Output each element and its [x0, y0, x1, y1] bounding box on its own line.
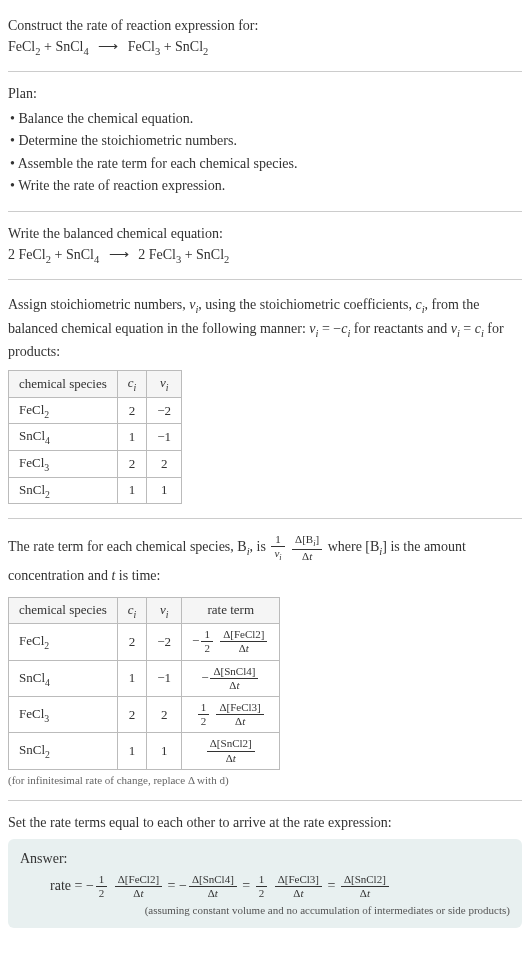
- rate-term-cell: −12 Δ[FeCl2]Δt: [182, 624, 280, 660]
- rate-term-cell: 12 Δ[FeCl3]Δt: [182, 697, 280, 733]
- species-cell: SnCl2: [9, 733, 118, 769]
- plan-label: Plan:: [8, 86, 522, 102]
- table-row: FeCl3 2 2 12 Δ[FeCl3]Δt: [9, 697, 280, 733]
- nu-cell: 1: [147, 733, 182, 769]
- rate-intro-text: is time:: [115, 568, 160, 583]
- divider: [8, 518, 522, 519]
- col-header: ci: [117, 371, 147, 398]
- divider: [8, 71, 522, 72]
- fraction: 1νi: [271, 533, 284, 563]
- col-header: ci: [117, 597, 147, 624]
- species-cell: SnCl4: [9, 424, 118, 451]
- species-cell: SnCl4: [9, 660, 118, 696]
- table-row: SnCl2 1 1: [9, 477, 182, 504]
- table-row: FeCl3 2 2: [9, 451, 182, 478]
- table-row: FeCl2 2 −2 −12 Δ[FeCl2]Δt: [9, 624, 280, 660]
- nu-cell: −1: [147, 660, 182, 696]
- divider: [8, 279, 522, 280]
- answer-label: Answer:: [20, 851, 510, 867]
- c-cell: 1: [117, 733, 147, 769]
- rate-note: (for infinitesimal rate of change, repla…: [8, 774, 522, 786]
- answer-equation: rate = −12 Δ[FeCl2]Δt = −Δ[SnCl4]Δt = 12…: [50, 873, 510, 900]
- c-cell: 1: [117, 477, 147, 504]
- answer-note: (assuming constant volume and no accumul…: [20, 904, 510, 916]
- stoich-intro: Assign stoichiometric numbers, νi, using…: [8, 294, 522, 362]
- rate-term-section: The rate term for each chemical species,…: [8, 523, 522, 796]
- col-header: νi: [147, 371, 182, 398]
- species-cell: SnCl2: [9, 477, 118, 504]
- final-label: Set the rate terms equal to each other t…: [8, 815, 522, 831]
- title-section: Construct the rate of reaction expressio…: [8, 8, 522, 67]
- c-cell: 1: [117, 660, 147, 696]
- answer-box: Answer: rate = −12 Δ[FeCl2]Δt = −Δ[SnCl4…: [8, 839, 522, 928]
- rate-label: rate =: [50, 878, 86, 893]
- c-cell: 2: [117, 451, 147, 478]
- balanced-label: Write the balanced chemical equation:: [8, 226, 522, 242]
- main-equation: FeCl2 + SnCl4 ⟶ FeCl3 + SnCl2: [8, 38, 522, 57]
- col-header: rate term: [182, 597, 280, 624]
- table-row: SnCl4 1 −1 −Δ[SnCl4]Δt: [9, 660, 280, 696]
- plan-list: • Balance the chemical equation. • Deter…: [8, 108, 522, 198]
- fraction: Δ[Bi]Δt: [292, 533, 322, 563]
- c-cell: 2: [117, 624, 147, 660]
- table-row: SnCl4 1 −1: [9, 424, 182, 451]
- table-row: FeCl2 2 −2: [9, 397, 182, 424]
- nu-cell: 2: [147, 697, 182, 733]
- balanced-equation: 2 FeCl2 + SnCl4 ⟶ 2 FeCl3 + SnCl2: [8, 246, 522, 265]
- rate-intro-text: where [B: [324, 540, 379, 555]
- rate-term-cell: Δ[SnCl2]Δt: [182, 733, 280, 769]
- table-header-row: chemical species ci νi: [9, 371, 182, 398]
- species-cell: FeCl2: [9, 397, 118, 424]
- species-cell: FeCl2: [9, 624, 118, 660]
- nu-cell: 2: [147, 451, 182, 478]
- plan-item: • Balance the chemical equation.: [10, 108, 522, 130]
- rate-term-cell: −Δ[SnCl4]Δt: [182, 660, 280, 696]
- species-cell: FeCl3: [9, 697, 118, 733]
- plan-section: Plan: • Balance the chemical equation. •…: [8, 76, 522, 208]
- plan-item: • Write the rate of reaction expression.: [10, 175, 522, 197]
- species-cell: FeCl3: [9, 451, 118, 478]
- c-cell: 2: [117, 697, 147, 733]
- balanced-section: Write the balanced chemical equation: 2 …: [8, 216, 522, 275]
- col-header: chemical species: [9, 597, 118, 624]
- title-text: Construct the rate of reaction expressio…: [8, 18, 522, 34]
- c-cell: 2: [117, 397, 147, 424]
- plan-item: • Determine the stoichiometric numbers.: [10, 130, 522, 152]
- rate-intro-text: , is: [250, 540, 270, 555]
- divider: [8, 211, 522, 212]
- nu-cell: −2: [147, 397, 182, 424]
- nu-cell: −2: [147, 624, 182, 660]
- col-header: νi: [147, 597, 182, 624]
- stoich-section: Assign stoichiometric numbers, νi, using…: [8, 284, 522, 514]
- nu-cell: 1: [147, 477, 182, 504]
- divider: [8, 800, 522, 801]
- rate-intro-text: The rate term for each chemical species,…: [8, 540, 247, 555]
- final-section: Set the rate terms equal to each other t…: [8, 805, 522, 938]
- c-cell: 1: [117, 424, 147, 451]
- table-header-row: chemical species ci νi rate term: [9, 597, 280, 624]
- nu-cell: −1: [147, 424, 182, 451]
- col-header: chemical species: [9, 371, 118, 398]
- stoich-table: chemical species ci νi FeCl2 2 −2 SnCl4 …: [8, 370, 182, 504]
- plan-item: • Assemble the rate term for each chemic…: [10, 153, 522, 175]
- table-row: SnCl2 1 1 Δ[SnCl2]Δt: [9, 733, 280, 769]
- rate-table: chemical species ci νi rate term FeCl2 2…: [8, 597, 280, 770]
- rate-intro: The rate term for each chemical species,…: [8, 533, 522, 588]
